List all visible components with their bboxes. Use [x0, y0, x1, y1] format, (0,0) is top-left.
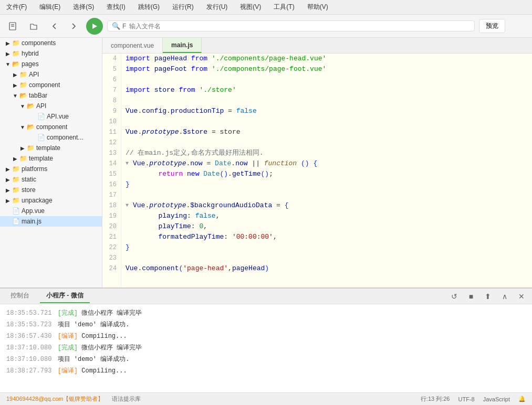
log-line-1: 18:35:53.721 [完成] 微信小程序 编译完毕 — [6, 307, 526, 319]
folder-open-icon: 📂 — [26, 123, 35, 131]
code-line-22: } — [126, 242, 528, 253]
sidebar-item-component[interactable]: ▶ 📁 component — [0, 80, 102, 90]
code-line-13: // 在main.js定义,命名方式最好用法相同. — [126, 148, 528, 158]
user-info: 1940694428@qq.com【银牌赞助者】 — [6, 395, 103, 403]
menubar: 文件(F) 编辑(E) 选择(S) 查找(I) 跳转(G) 运行(R) 发行(U… — [0, 0, 532, 15]
folder-icon: 📁 — [12, 197, 20, 204]
expand-icon[interactable]: ∧ — [498, 290, 511, 303]
svg-marker-3 — [92, 24, 97, 29]
folder-icon: 📁 — [12, 186, 20, 194]
code-line-14: ▼Vue.prototype.now = Date.now || functio… — [126, 158, 528, 169]
folder-icon: 📁 — [12, 165, 20, 173]
chevron-down-icon: ▼ — [4, 61, 12, 67]
line-numbers: 4 5 6 7 8 9 10 11 12 13 14 15 16 17 18 1… — [102, 54, 121, 287]
status-hint[interactable]: 语法提示库 — [112, 395, 141, 403]
chevron-right-icon: ▶ — [12, 156, 19, 162]
chevron-down-icon: ▼ — [19, 103, 26, 109]
sidebar-item-static[interactable]: ▶ 📁 static — [0, 174, 102, 185]
forward-button[interactable] — [65, 18, 82, 35]
chevron-right-icon: ▶ — [4, 177, 12, 183]
sidebar-item-template1[interactable]: ▶ 📁 template — [0, 143, 102, 153]
code-line-17 — [126, 190, 528, 200]
language: JavaScript — [483, 396, 510, 402]
file-icon: 📄 — [12, 207, 20, 215]
code-line-6 — [126, 74, 528, 85]
code-line-24: Vue.component('page-head',pageHead) — [126, 263, 528, 274]
code-line-16: } — [126, 179, 528, 190]
run-button[interactable] — [86, 18, 103, 35]
sidebar-item-components[interactable]: ▶ 📁 components — [0, 38, 102, 48]
chevron-down-icon: ▼ — [12, 93, 19, 99]
search-input[interactable] — [129, 23, 470, 30]
tab-component-vue[interactable]: component.vue — [102, 38, 163, 53]
menu-run[interactable]: 运行(R) — [170, 2, 196, 13]
sidebar-item-api[interactable]: ▶ 📁 API — [0, 69, 102, 80]
bottom-panel: 控制台 小程序 - 微信 ↺ ■ ⬆ ∧ ✕ 18:35:53.721 [完成]… — [0, 287, 532, 392]
menu-file[interactable]: 文件(F) — [4, 2, 29, 13]
code-editor[interactable]: 4 5 6 7 8 9 10 11 12 13 14 15 16 17 18 1… — [102, 54, 532, 287]
menu-publish[interactable]: 发行(U) — [204, 2, 230, 13]
tab-console[interactable]: 控制台 — [4, 289, 36, 303]
close-icon[interactable]: ✕ — [515, 290, 528, 303]
sidebar-item-template2[interactable]: ▶ 📁 template — [0, 153, 102, 164]
bottom-actions: ↺ ■ ⬆ ∧ ✕ — [448, 290, 528, 303]
log-line-5: 18:37:10.080 项目 'demo' 编译成功. — [6, 354, 526, 365]
sidebar-item-platforms[interactable]: ▶ 📁 platforms — [0, 164, 102, 174]
menu-select[interactable]: 选择(S) — [71, 2, 96, 13]
menu-view[interactable]: 视图(V) — [238, 2, 263, 13]
editor-tabs: component.vue main.js — [102, 38, 532, 54]
menu-tools[interactable]: 工具(T) — [272, 2, 296, 13]
sidebar-item-tabbar-component[interactable]: ▼ 📂 component — [0, 122, 102, 132]
export-icon[interactable]: ⬆ — [482, 290, 494, 303]
file-icon: 📄 — [37, 134, 45, 141]
chevron-right-icon: ▶ — [4, 166, 12, 172]
code-line-8 — [126, 95, 528, 106]
new-file-button[interactable] — [4, 18, 21, 35]
log-line-3: 18:36:57.430 [编译] Compiling... — [6, 331, 526, 342]
folder-icon: 📁 — [26, 144, 35, 152]
sidebar-item-api-vue[interactable]: 📄 API.vue — [0, 111, 102, 122]
code-line-12 — [126, 137, 528, 148]
sidebar-item-unpackage[interactable]: ▶ 📁 unpackage — [0, 195, 102, 206]
fold-arrow-14[interactable]: ▼ — [126, 158, 133, 169]
log-line-6: 18:38:27.793 [编译] Compiling... — [6, 365, 526, 377]
menu-edit[interactable]: 编辑(E) — [37, 2, 62, 13]
encoding: UTF-8 — [458, 396, 474, 402]
preview-button[interactable]: 预览 — [479, 19, 505, 33]
menu-find[interactable]: 查找(I) — [105, 2, 127, 13]
tab-wechat[interactable]: 小程序 - 微信 — [40, 289, 90, 303]
sidebar-item-component-vue[interactable]: 📄 component... — [0, 132, 102, 143]
menu-help[interactable]: 帮助(V) — [305, 2, 330, 13]
search-icon: 🔍 — [112, 22, 120, 30]
sidebar-item-tabbar-api[interactable]: ▼ 📂 API — [0, 101, 102, 111]
code-line-21: formatedPlayTime: '00:00:00', — [126, 232, 528, 242]
folder-open-icon: 📂 — [19, 92, 27, 99]
back-button[interactable] — [46, 18, 63, 35]
nav-buttons — [46, 18, 82, 35]
sidebar-item-store[interactable]: ▶ 📁 store — [0, 185, 102, 195]
bell-icon[interactable]: 🔔 — [518, 396, 526, 402]
open-file-button[interactable] — [25, 18, 42, 35]
sidebar-item-hybrid[interactable]: ▶ 📁 hybrid — [0, 48, 102, 59]
file-icon: 📄 — [37, 113, 45, 120]
sidebar-item-main-js[interactable]: 📄 main.js — [0, 216, 102, 227]
chevron-right-icon: ▶ — [4, 198, 12, 204]
chevron-right-icon: ▶ — [19, 145, 26, 151]
sidebar-item-app-vue[interactable]: 📄 App.vue — [0, 206, 102, 216]
refresh-icon[interactable]: ↺ — [448, 290, 461, 303]
code-line-7: import store from './store' — [126, 85, 528, 95]
code-line-5: import pageFoot from './components/page-… — [126, 64, 528, 74]
menu-goto[interactable]: 跳转(G) — [136, 2, 162, 13]
chevron-right-icon: ▶ — [4, 187, 12, 193]
file-icon: 📄 — [12, 218, 20, 225]
stop-icon[interactable]: ■ — [465, 290, 477, 303]
status-bar: 1940694428@qq.com【银牌赞助者】 语法提示库 行:13 列:26… — [0, 392, 532, 405]
tab-main-js[interactable]: main.js — [163, 38, 202, 53]
chevron-right-icon: ▶ — [12, 72, 19, 78]
search-bar: 🔍 F — [107, 20, 475, 31]
fold-arrow-18[interactable]: ▼ — [126, 200, 133, 211]
code-line-11: Vue.prototype.$store = store — [126, 127, 528, 137]
sidebar-item-tabbar[interactable]: ▼ 📂 tabBar — [0, 90, 102, 101]
sidebar-item-pages[interactable]: ▼ 📂 pages — [0, 59, 102, 69]
folder-open-icon: 📂 — [12, 60, 20, 68]
